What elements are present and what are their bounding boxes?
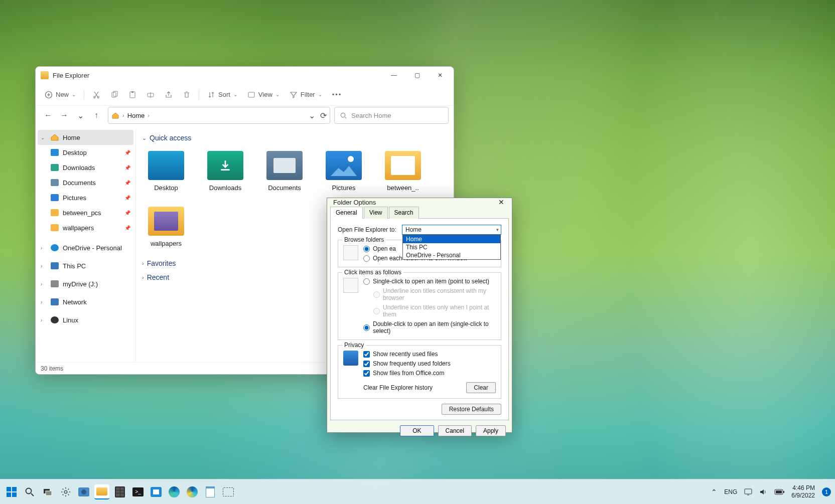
apply-button[interactable]: Apply: [476, 425, 506, 436]
breadcrumb[interactable]: Home: [127, 112, 145, 119]
browse-folders-icon: [343, 245, 358, 260]
tray-overflow[interactable]: ⌃: [711, 488, 717, 496]
open-to-dropdown[interactable]: Home ▾ Home This PC OneDrive - Personal: [402, 225, 501, 235]
radio-label: Double-click to open an item (single-cli…: [373, 320, 496, 334]
close-button[interactable]: ✕: [494, 198, 509, 206]
tile-pictures[interactable]: Pictures: [322, 151, 366, 192]
clear-button[interactable]: Clear: [466, 382, 496, 393]
view-label: View: [258, 91, 272, 98]
sort-icon: [207, 91, 215, 99]
new-button[interactable]: New ⌄: [41, 87, 80, 103]
maximize-button[interactable]: ▢: [405, 67, 429, 83]
sidebar-item-documents[interactable]: Documents📌: [36, 175, 135, 190]
taskbar-settings[interactable]: [58, 484, 73, 499]
taskbar-task-view[interactable]: [40, 484, 55, 499]
clock[interactable]: 4:46 PM 6/9/2022: [791, 484, 815, 499]
refresh-button[interactable]: ⟳: [320, 111, 327, 120]
paste-button[interactable]: [124, 87, 141, 103]
check-frequent-folders[interactable]: Show frequently used folders: [363, 360, 496, 367]
tile-downloads[interactable]: Downloads: [203, 151, 247, 192]
search-placeholder: Search Home: [351, 112, 391, 119]
sidebar-item-mydrive[interactable]: ›myDrive (J:): [36, 276, 135, 291]
sort-button[interactable]: Sort⌄: [203, 87, 241, 103]
sidebar-item-label: Downloads: [63, 164, 95, 172]
svg-rect-21: [776, 490, 782, 493]
sidebar-item-downloads[interactable]: Downloads📌: [36, 160, 135, 175]
svg-rect-6: [131, 91, 133, 93]
taskbar-calculator[interactable]: [112, 484, 127, 499]
dropdown-option-home[interactable]: Home: [403, 235, 500, 243]
taskbar-edge-canary[interactable]: [185, 484, 200, 499]
sidebar-item-label: Network: [63, 298, 87, 306]
cut-button[interactable]: [88, 87, 104, 103]
titlebar[interactable]: File Explorer — ▢ ✕: [36, 67, 454, 84]
dropdown-option-this-pc[interactable]: This PC: [403, 243, 500, 251]
pin-icon: 📌: [124, 225, 130, 231]
cancel-button[interactable]: Cancel: [438, 425, 472, 436]
taskbar-explorer[interactable]: [94, 484, 109, 499]
address-bar[interactable]: › Home › ⌄ ⟳: [108, 107, 330, 124]
tile-desktop[interactable]: Desktop: [144, 151, 188, 192]
view-button[interactable]: View⌄: [243, 87, 284, 103]
radio-double-click[interactable]: Double-click to open an item (single-cli…: [363, 320, 496, 334]
more-button[interactable]: •••: [328, 87, 346, 103]
copy-button[interactable]: [106, 87, 122, 103]
tab-search[interactable]: Search: [389, 207, 419, 219]
sidebar-item-wallpapers[interactable]: wallpapers📌: [36, 220, 135, 235]
minimize-button[interactable]: —: [382, 67, 405, 83]
sidebar-item-linux[interactable]: ›Linux: [36, 312, 135, 327]
sidebar-item-between-pcs[interactable]: between_pcs📌: [36, 205, 135, 220]
search-input[interactable]: Search Home: [334, 107, 449, 124]
delete-button[interactable]: [179, 87, 195, 103]
tile-label: wallpapers: [151, 240, 182, 247]
quick-access-header[interactable]: ⌄Quick access: [142, 131, 448, 145]
share-button[interactable]: [161, 87, 177, 103]
check-label: Show files from Office.com: [373, 370, 445, 377]
taskbar-edge[interactable]: [167, 484, 182, 499]
notification-badge[interactable]: 1: [822, 487, 831, 496]
recent-locations-button[interactable]: ⌄: [73, 108, 88, 123]
start-button[interactable]: [4, 484, 19, 499]
tile-wallpapers[interactable]: wallpapers: [144, 207, 188, 247]
sidebar-item-pictures[interactable]: Pictures📌: [36, 190, 135, 205]
group-label: Recent: [147, 273, 169, 281]
battery-icon[interactable]: [774, 489, 784, 495]
check-office-files[interactable]: Show files from Office.com: [363, 370, 496, 377]
taskbar-snip[interactable]: [221, 484, 236, 499]
taskbar-store[interactable]: [149, 484, 164, 499]
sidebar-item-desktop[interactable]: Desktop📌: [36, 145, 135, 160]
check-recent-files[interactable]: Show recently used files: [363, 351, 496, 358]
radio-single-click[interactable]: Single-click to open an item (point to s…: [363, 278, 496, 285]
language-indicator[interactable]: ENG: [724, 488, 737, 495]
svg-point-17: [64, 490, 67, 493]
close-button[interactable]: ✕: [429, 67, 452, 83]
taskbar-camera[interactable]: [76, 484, 91, 499]
volume-icon[interactable]: [759, 488, 767, 495]
taskbar-terminal[interactable]: >_: [130, 484, 146, 499]
dialog-titlebar[interactable]: Folder Options ✕: [327, 198, 512, 206]
back-button[interactable]: ←: [41, 108, 56, 123]
sidebar-item-home[interactable]: ⌄ Home: [38, 130, 133, 145]
sidebar-item-label: wallpapers: [63, 224, 94, 232]
taskbar-notepad[interactable]: [203, 484, 218, 499]
dropdown-option-onedrive[interactable]: OneDrive - Personal: [403, 251, 500, 259]
address-dropdown[interactable]: ⌄: [309, 111, 315, 120]
restore-defaults-button[interactable]: Restore Defaults: [442, 404, 501, 415]
tab-view[interactable]: View: [364, 207, 388, 219]
network-icon[interactable]: [744, 488, 752, 495]
taskbar-search[interactable]: [22, 484, 37, 499]
filter-button[interactable]: Filter⌄: [286, 87, 326, 103]
click-items-group: Click items as follows Single-click to o…: [338, 272, 501, 340]
ok-button[interactable]: OK: [400, 425, 434, 436]
forward-button[interactable]: →: [57, 108, 72, 123]
radio-label: Single-click to open an item (point to s…: [373, 278, 489, 285]
tab-general[interactable]: General: [330, 207, 363, 219]
tile-between-pcs[interactable]: between_..: [381, 151, 425, 192]
rename-button[interactable]: [143, 87, 159, 103]
sidebar-item-network[interactable]: ›Network: [36, 294, 135, 309]
sidebar-item-onedrive[interactable]: ›OneDrive - Personal: [36, 240, 135, 255]
sidebar-item-label: Pictures: [63, 194, 86, 202]
sidebar-item-this-pc[interactable]: ›This PC: [36, 258, 135, 273]
tile-documents[interactable]: Documents: [262, 151, 307, 192]
up-button[interactable]: ↑: [89, 108, 104, 123]
